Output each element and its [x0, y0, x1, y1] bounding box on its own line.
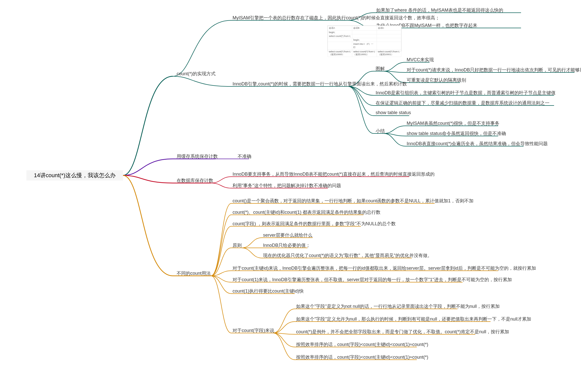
- node-b3v2[interactable]: 利用"事务"这个特性，把问题解决掉计数不准确的问题: [233, 183, 341, 189]
- node-tj3[interactable]: 可重复读是它默认的隔离级别: [407, 77, 466, 83]
- node-xj3[interactable]: InnoDB表直接count(*)会遍历全表，虽然结果准确，但会导致性能问题: [407, 141, 548, 147]
- td: select count(*) from t;（返回10001）: [352, 50, 377, 57]
- node-tj4[interactable]: InnoDB是索引组织表，主键索引树的叶子节点是数据，而普通索引树的叶子节点是主…: [376, 90, 556, 96]
- node-tj5[interactable]: 在保证逻辑正确的前提下，尽量减少扫描的数据量，是数据库系统设计的通用法则之一: [376, 100, 549, 106]
- node-tj2[interactable]: 对于count(*)请求来说，InnoDB只好把数据一行一行地读出依次判断，可见…: [407, 67, 581, 73]
- td: select count(*) from t;（返回10001）: [377, 50, 401, 57]
- mindmap-canvas: 14讲count(*)这么慢，我该怎么办 count(*)的实现方式 MyISA…: [0, 0, 581, 392]
- th-a: 会话A: [328, 26, 352, 31]
- node-myisam-c1[interactable]: 如果加了where 条件的话，MyISAM表也是不能返回得这么快的: [376, 7, 503, 13]
- node-b4c5[interactable]: 对于count(主键id)来说，InnoDB引擎会遍历整张表，把每一行的id值都…: [233, 265, 536, 271]
- node-b2v[interactable]: 不准确: [238, 153, 251, 159]
- node-b4yz[interactable]: 原则: [233, 242, 242, 248]
- node-b4c6[interactable]: 对于count(1)来说，InnoDB引擎遍历整张表，但不取值。server层对…: [233, 277, 512, 283]
- node-b4[interactable]: 不同的count用法: [177, 270, 211, 276]
- node-b3v1[interactable]: InnoDB要支持事务，从而导致InnoDB表不能把count(*)直接存起来，…: [233, 171, 435, 177]
- node-b4c1[interactable]: count()是一个聚合函数，对于返回的结果集，一行行地判断，如果count函数…: [233, 198, 473, 204]
- node-xj2[interactable]: show table status命令虽然返回很快，但是不准确: [407, 130, 506, 137]
- node-b4zd2[interactable]: 如果这个"字段"定义允许为null，那么执行的时候，判断到有可能是null，还要…: [296, 316, 531, 322]
- td: insert into t （F）一行: [352, 42, 377, 50]
- td: select count(*) from t;: [328, 34, 352, 38]
- node-b4c3[interactable]: count(字段) ，则表示返回满足条件的数据行里面，参数"字段"不为NULL的…: [233, 221, 396, 227]
- th-c: 会话C: [377, 26, 401, 31]
- node-tj6[interactable]: show table status: [376, 110, 411, 115]
- th-b: 会话B: [352, 26, 377, 31]
- node-tj[interactable]: 图解: [376, 66, 385, 72]
- node-xj1[interactable]: MyISAM表虽然count(*)很快，但是不支持事务: [407, 120, 499, 126]
- node-b4zd4[interactable]: 按照效率排序的话，count(字段)<count(主键id)<count(1)≈…: [296, 341, 428, 348]
- td: begin;: [328, 31, 352, 34]
- node-b4c7[interactable]: count(1)执行得要比count(主键id)快: [233, 288, 304, 294]
- root-label: 14讲count(*)这么慢，我该怎么办: [34, 172, 116, 179]
- node-b1[interactable]: count(*)的实现方式: [177, 71, 216, 77]
- node-b4zd1[interactable]: 如果这个"字段"是定义为not null的话，一行行地从记录里面读出这个字段，判…: [296, 303, 500, 309]
- node-b3[interactable]: 在数据库保存计数: [177, 177, 213, 184]
- node-b4c2[interactable]: count(*)、count(主键id)和count(1) 都表示返回满足条件的…: [233, 209, 380, 215]
- node-tj1[interactable]: MVCC来实现: [407, 57, 434, 63]
- node-b4yz3[interactable]: 现在的优化器只优化了count(*)的语义为"取行数"，其他"显而易见"的优化并…: [263, 252, 432, 259]
- node-b4yz2[interactable]: InnoDB只给必要的值；: [263, 242, 310, 248]
- node-myisam[interactable]: MyISAM引擎把一个表的总行数存在了磁盘上，因此执行count(*)的时候会直…: [233, 15, 440, 21]
- node-b4zd3[interactable]: count(*)是例外，并不会把全部字段取出来，而是专门做了优化，不取值。cou…: [296, 329, 509, 335]
- node-b4zd[interactable]: 对于count(字段)来说: [233, 327, 274, 334]
- td: select count(*) from t;（返回10000）: [328, 50, 352, 57]
- node-innodb[interactable]: InnoDB引擎,count(*)的时候，需要把数据一行一行地从引擎里面读出来，…: [233, 81, 407, 87]
- node-xj[interactable]: 小结: [376, 128, 385, 134]
- node-b2[interactable]: 用缓存系统保存计数: [177, 153, 218, 159]
- node-b4zd5[interactable]: 按照效率排序的话，count(字段)<count(主键id)<count(1)≈…: [296, 354, 428, 360]
- root-node[interactable]: 14讲count(*)这么慢，我该怎么办: [26, 170, 123, 180]
- diagram-thumbnail: 会话A会话B会话C begin; select count(*) from t;…: [327, 25, 402, 51]
- node-b4yz1[interactable]: server层要什么就给什么: [263, 232, 312, 238]
- td: begin;: [352, 38, 377, 42]
